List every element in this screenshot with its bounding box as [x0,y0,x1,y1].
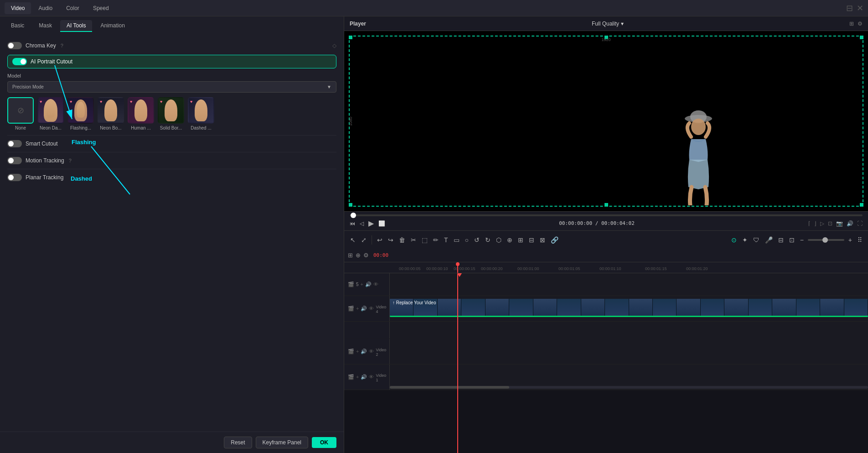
motion-tracking-toggle[interactable] [7,157,22,164]
chroma-key-toggle[interactable] [7,42,22,49]
effect-human-thumb[interactable]: ♥ [128,97,154,124]
grid-icon[interactable]: ⊞ [517,235,525,245]
video-4-audio-icon[interactable]: 🔊 [361,306,367,312]
fx-icon[interactable]: ✦ [741,235,749,245]
link-icon[interactable]: 🔗 [549,235,560,245]
video-4-eye-icon[interactable]: 👁 [369,306,374,312]
text-icon[interactable]: T [443,235,450,245]
grid-layout-icon[interactable]: ⠿ [856,235,863,245]
effect-flashing-thumb[interactable]: ♥ [67,97,94,124]
trim-icon[interactable]: ⬚ [420,235,429,245]
tab-video[interactable]: Video [5,2,31,14]
chroma-key-row[interactable]: Chroma Key ? ◇ [7,38,336,53]
zoom-minus-icon[interactable]: − [799,235,805,245]
video-4-content[interactable]: ↑ Replace Your Video [390,296,868,321]
tab-speed[interactable]: Speed [87,2,115,14]
planar-tracking-toggle[interactable] [7,174,22,181]
timeline-settings-icon[interactable]: ⚙ [363,252,369,259]
redo-icon[interactable]: ↪ [387,235,395,245]
zoom-slider[interactable] [808,239,844,241]
minus-grid-icon[interactable]: ⊟ [527,235,536,245]
window-minimize-icon[interactable]: ⊟ [846,3,853,13]
crop-icon[interactable]: ⊡ [828,220,832,227]
snapshot-icon[interactable]: 📷 [836,220,843,227]
effect-neon-da[interactable]: ♥ Neon Da... [37,97,64,130]
scrollbar-thumb[interactable] [390,386,509,389]
track-5-audio-icon[interactable]: 🔊 [365,281,372,287]
mic-icon[interactable]: 🎤 [764,235,774,245]
stop-icon[interactable]: ⬜ [378,220,385,227]
effect-none-thumb[interactable]: ⊘ [7,97,34,124]
play-icon[interactable]: ▶ [368,219,374,228]
cursor-tool-icon[interactable]: ↖ [349,235,357,245]
effect-solid-bor[interactable]: ♥ Solid Bor... [158,97,184,130]
video-1-add-icon[interactable]: + [356,374,359,380]
video-1-content[interactable] [390,364,868,390]
zoom-plus-icon[interactable]: + [847,235,853,245]
video-4-add-icon[interactable]: + [356,306,359,312]
timeline-add-track-icon[interactable]: ⊕ [356,252,361,259]
tab-color[interactable]: Color [60,2,86,14]
horizontal-scrollbar[interactable] [390,386,868,389]
step-back-icon[interactable]: ◁ [360,220,364,227]
video-2-eye-icon[interactable]: 👁 [369,349,374,354]
tab-basic[interactable]: Basic [5,20,31,32]
target-icon[interactable]: ⊙ [730,235,738,245]
chroma-key-pin-icon[interactable]: ◇ [332,42,336,49]
video-2-audio-icon[interactable]: 🔊 [361,349,367,354]
chroma-key-help-icon[interactable]: ? [61,43,63,48]
reset-button[interactable]: Reset [224,437,252,448]
effect-human[interactable]: ♥ Human ... [128,97,154,130]
quality-dropdown[interactable]: Full Quality ▾ [592,21,624,27]
fullscreen-player-icon[interactable]: ⛶ [857,220,863,227]
delete-icon[interactable]: 🗑 [398,235,407,245]
mask-circle-icon[interactable]: ○ [464,235,470,245]
track-5-eye-icon[interactable]: 👁 [373,281,378,287]
track-5-add-icon[interactable]: + [361,281,363,287]
effect-none[interactable]: ⊘ None [7,97,34,130]
ai-portrait-row[interactable]: AI Portrait Cutout [7,55,336,68]
tab-ai-tools[interactable]: AI Tools [60,20,92,32]
shield-icon[interactable]: 🛡 [752,235,761,245]
undo-icon[interactable]: ↩ [376,235,384,245]
overlay-icon[interactable]: ⊡ [788,235,796,245]
bracket-right-icon[interactable]: ⌋ [814,220,816,227]
skip-back-icon[interactable]: ⏮ [350,220,355,227]
effect-solid-bor-thumb[interactable]: ♥ [158,97,184,124]
rotate-icon[interactable]: ↻ [484,235,492,245]
fullscreen-icon[interactable]: ⊞ [849,21,854,27]
draw-icon[interactable]: ✏ [432,235,440,245]
timeline-scrubber[interactable] [350,214,863,216]
caption-icon[interactable]: ⊟ [777,235,785,245]
model-dropdown[interactable]: Precision Mode ▼ [7,81,336,93]
video-4-clip[interactable]: ↑ Replace Your Video [390,299,868,317]
video-1-audio-icon[interactable]: 🔊 [361,374,367,380]
volume-icon[interactable]: 🔊 [847,220,853,227]
refresh-icon[interactable]: ↺ [473,235,481,245]
effect-dashed-thumb[interactable]: ♥ [188,97,214,124]
forward-icon[interactable]: ▷ [820,220,824,227]
tab-animation[interactable]: Animation [94,20,131,32]
tab-audio[interactable]: Audio [32,2,59,14]
smart-cutout-toggle[interactable] [7,140,22,147]
motion-tracking-help-icon[interactable]: ? [69,158,72,163]
select-tool-icon[interactable]: ⤢ [360,235,368,245]
effect-neon-bo-thumb[interactable]: ♥ [98,97,124,124]
timeline-layers-icon[interactable]: ⊞ [348,252,353,259]
hexagon-icon[interactable]: ⬡ [495,235,503,245]
cut-icon[interactable]: ✂ [409,235,418,245]
ok-button[interactable]: OK [312,437,336,448]
ai-portrait-toggle[interactable] [12,58,27,65]
bracket-left-icon[interactable]: ⌈ [808,220,811,227]
keyframe-panel-button[interactable]: Keyframe Panel [256,437,308,448]
tab-mask[interactable]: Mask [32,20,58,32]
window-close-icon[interactable]: ✕ [857,3,863,13]
mask-rect-icon[interactable]: ▭ [452,235,461,245]
effect-neon-da-thumb[interactable]: ♥ [37,97,64,124]
effect-neon-bo[interactable]: ♥ Neon Bo... [98,97,124,130]
transform-icon[interactable]: ⊕ [506,235,514,245]
effect-dashed[interactable]: ♥ Dashed ... [188,97,214,130]
video-1-eye-icon[interactable]: 👁 [369,374,374,380]
settings-icon[interactable]: ⚙ [858,21,863,27]
zoom-slider-handle[interactable] [822,237,828,243]
